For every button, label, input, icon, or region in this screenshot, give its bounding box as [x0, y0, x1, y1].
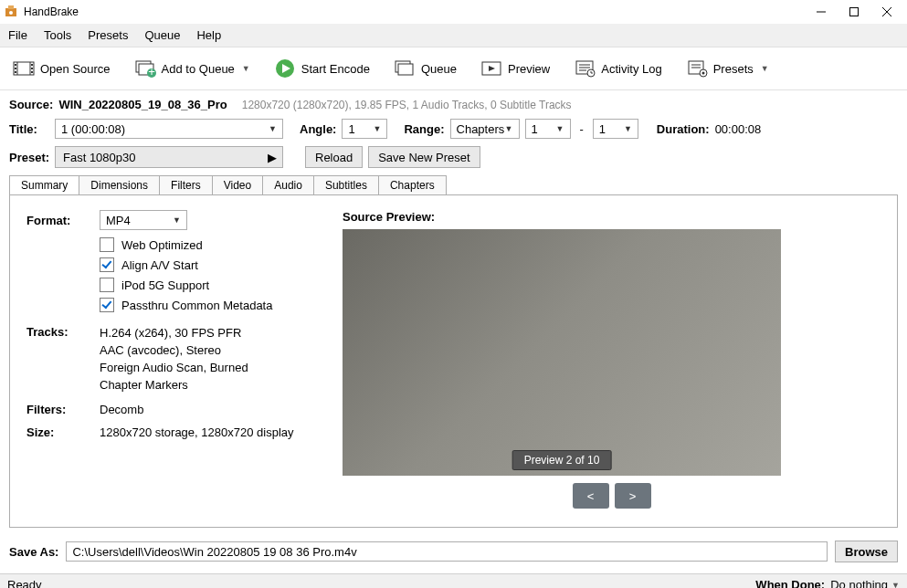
source-preview-label: Source Preview: [343, 210, 881, 224]
tab-video[interactable]: Video [212, 175, 263, 194]
preview-label: Preview [508, 62, 550, 76]
range-from-value: 1 [532, 122, 538, 136]
tab-chapters[interactable]: Chapters [378, 175, 447, 194]
queue-button[interactable]: Queue [386, 53, 464, 84]
duration-label: Duration: [657, 122, 710, 136]
window-title: HandBrake [24, 5, 805, 18]
dropdown-icon: ▼ [761, 64, 769, 73]
chevron-down-icon: ▼ [505, 124, 513, 133]
ipod-5g-checkbox[interactable]: iPod 5G Support [26, 278, 319, 292]
menu-presets[interactable]: Presets [79, 24, 136, 47]
range-type-select[interactable]: Chapters ▼ [450, 119, 520, 139]
title-select[interactable]: 1 (00:00:08) ▼ [55, 119, 283, 139]
save-as-row: Save As: Browse [0, 535, 907, 573]
web-optimized-label: Web Optimized [121, 238, 203, 252]
svg-rect-14 [31, 68, 33, 69]
checkbox-checked-icon [100, 257, 114, 272]
svg-rect-13 [31, 64, 33, 66]
dropdown-icon: ▼ [242, 64, 250, 73]
menu-tools[interactable]: Tools [36, 24, 79, 47]
film-reel-icon [13, 58, 35, 79]
menu-queue[interactable]: Queue [136, 24, 188, 47]
add-to-queue-button[interactable]: + Add to Queue ▼ [127, 53, 258, 84]
angle-value: 1 [348, 122, 354, 136]
preview-next-button[interactable]: > [615, 483, 651, 509]
format-value: MP4 [106, 214, 131, 227]
angle-label: Angle: [300, 122, 336, 136]
save-new-preset-button[interactable]: Save New Preset [368, 146, 480, 168]
svg-marker-25 [489, 66, 495, 71]
source-details: 1280x720 (1280x720), 19.85 FPS, 1 Audio … [242, 99, 572, 111]
passthru-checkbox[interactable]: Passthru Common Metadata [26, 298, 319, 312]
preset-select[interactable]: Fast 1080p30 ▶ [55, 146, 283, 168]
activity-log-button[interactable]: Activity Log [566, 53, 669, 84]
range-from-select[interactable]: 1 ▼ [525, 119, 571, 139]
tab-dimensions[interactable]: Dimensions [79, 175, 160, 194]
save-as-label: Save As: [9, 545, 58, 559]
queue-add-icon: + [134, 58, 156, 79]
align-av-checkbox[interactable]: Align A/V Start [26, 257, 319, 272]
tab-body: Format: MP4 ▼ Web Optimized Align A/V St… [9, 194, 898, 528]
preset-label: Preset: [9, 151, 49, 164]
web-optimized-checkbox[interactable]: Web Optimized [26, 237, 319, 252]
passthru-label: Passthru Common Metadata [121, 299, 272, 312]
activity-log-icon [574, 58, 596, 79]
svg-rect-4 [850, 8, 859, 16]
statusbar: Ready When Done: Do nothing ▼ [0, 573, 907, 588]
format-label: Format: [26, 214, 100, 227]
maximize-button[interactable] [838, 0, 870, 24]
start-encode-button[interactable]: Start Encode [267, 53, 377, 84]
browse-button[interactable]: Browse [835, 541, 898, 562]
titlebar: HandBrake [0, 0, 907, 24]
svg-rect-11 [15, 68, 16, 69]
menu-file[interactable]: File [0, 24, 36, 47]
checkbox-icon [100, 237, 114, 252]
open-source-button[interactable]: Open Source [5, 53, 118, 84]
add-to-queue-label: Add to Queue [162, 62, 235, 76]
close-button[interactable] [870, 0, 903, 24]
source-preview-image: Preview 2 of 10 [343, 229, 781, 476]
tab-subtitles[interactable]: Subtitles [313, 175, 379, 194]
presets-button[interactable]: Presets ▼ [679, 53, 776, 84]
chevron-down-icon: ▼ [173, 215, 181, 225]
minimize-button[interactable] [805, 0, 838, 24]
checkbox-icon [100, 278, 114, 292]
duration-value: 00:00:08 [715, 122, 762, 136]
range-to-select[interactable]: 1 ▼ [593, 119, 638, 139]
chevron-right-icon: ▶ [268, 151, 277, 164]
menubar: File Tools Presets Queue Help [0, 24, 907, 47]
chevron-down-icon: ▼ [624, 124, 632, 133]
chevron-down-icon[interactable]: ▼ [891, 581, 900, 589]
format-select[interactable]: MP4 ▼ [100, 210, 187, 230]
preview-counter: Preview 2 of 10 [512, 450, 612, 470]
menu-help[interactable]: Help [188, 24, 229, 47]
tab-summary[interactable]: Summary [9, 175, 79, 194]
tab-filters[interactable]: Filters [159, 175, 213, 194]
tab-audio[interactable]: Audio [262, 175, 314, 194]
title-label: Title: [9, 122, 49, 136]
presets-label: Presets [713, 62, 754, 76]
angle-select[interactable]: 1 ▼ [342, 119, 387, 139]
toolbar: Open Source + Add to Queue ▼ Start Encod… [0, 47, 907, 90]
svg-rect-23 [398, 64, 413, 75]
preview-prev-button[interactable]: < [573, 483, 609, 509]
tracks-label: Tracks: [26, 325, 100, 394]
status-text: Ready [7, 578, 42, 588]
tracks-info: H.264 (x264), 30 FPS PFR AAC (avcodec), … [100, 325, 319, 394]
svg-rect-15 [31, 71, 33, 73]
svg-point-2 [9, 11, 13, 15]
queue-label: Queue [421, 62, 457, 76]
presets-gear-icon [686, 58, 708, 79]
svg-text:+: + [148, 65, 155, 78]
chevron-down-icon: ▼ [374, 124, 382, 133]
reload-button[interactable]: Reload [305, 146, 363, 168]
range-to-value: 1 [599, 122, 606, 136]
tabs: Summary Dimensions Filters Video Audio S… [9, 175, 898, 194]
align-av-label: Align A/V Start [121, 258, 198, 272]
save-as-input[interactable] [66, 541, 828, 562]
when-done-value[interactable]: Do nothing [830, 578, 888, 588]
preset-value: Fast 1080p30 [63, 151, 136, 164]
title-value: 1 (00:00:08) [61, 122, 125, 136]
preview-button[interactable]: Preview [473, 53, 557, 84]
queue-icon [394, 58, 416, 79]
